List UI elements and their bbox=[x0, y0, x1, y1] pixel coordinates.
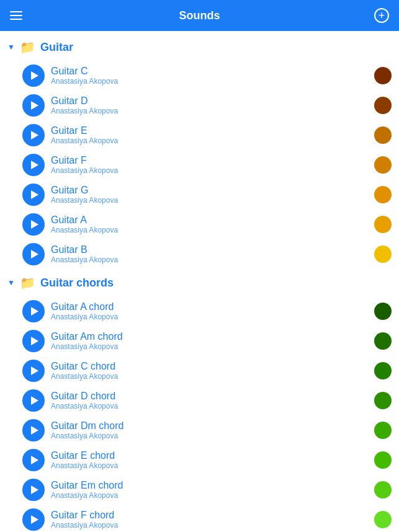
sound-info: Guitar E Anastasiya Akopova bbox=[51, 125, 368, 145]
play-button[interactable] bbox=[22, 154, 45, 176]
sound-item: Guitar Em chord Anastasiya Akopova bbox=[0, 475, 399, 505]
sound-item: Guitar D Anastasiya Akopova bbox=[0, 91, 399, 120]
sound-info: Guitar Dm chord Anastasiya Akopova bbox=[51, 420, 368, 440]
sound-author: Anastasiya Akopova bbox=[51, 226, 368, 234]
sound-name: Guitar F chord bbox=[51, 510, 368, 521]
sound-info: Guitar F Anastasiya Akopova bbox=[51, 155, 368, 175]
play-icon bbox=[31, 366, 38, 375]
folder-icon: 📁 bbox=[20, 275, 35, 290]
color-indicator bbox=[374, 511, 392, 528]
sound-name: Guitar A chord bbox=[51, 301, 368, 313]
sound-info: Guitar C chord Anastasiya Akopova bbox=[51, 361, 368, 381]
category-label: Guitar bbox=[40, 41, 73, 54]
color-indicator bbox=[374, 392, 392, 409]
sound-item: Guitar E Anastasiya Akopova bbox=[0, 120, 399, 150]
play-button[interactable] bbox=[22, 508, 45, 531]
sound-item: Guitar F chord Anastasiya Akopova bbox=[0, 505, 399, 532]
play-icon bbox=[31, 190, 38, 199]
sound-author: Anastasiya Akopova bbox=[51, 166, 368, 175]
color-indicator bbox=[374, 303, 392, 320]
sound-name: Guitar Em chord bbox=[51, 480, 368, 491]
expand-icon: ▼ bbox=[7, 43, 15, 51]
sound-item: Guitar D chord Anastasiya Akopova bbox=[0, 386, 399, 415]
play-icon bbox=[31, 396, 38, 405]
color-indicator bbox=[374, 156, 392, 174]
sound-author: Anastasiya Akopova bbox=[51, 432, 368, 440]
play-button[interactable] bbox=[22, 184, 45, 206]
expand-icon: ▼ bbox=[7, 278, 15, 287]
play-button[interactable] bbox=[22, 300, 45, 322]
play-button[interactable] bbox=[22, 330, 45, 352]
sound-author: Anastasiya Akopova bbox=[51, 402, 368, 410]
sound-author: Anastasiya Akopova bbox=[51, 136, 368, 145]
sound-author: Anastasiya Akopova bbox=[51, 342, 368, 351]
sound-author: Anastasiya Akopova bbox=[51, 107, 368, 115]
sound-info: Guitar Em chord Anastasiya Akopova bbox=[51, 480, 368, 500]
color-indicator bbox=[374, 481, 392, 499]
sound-name: Guitar G bbox=[51, 185, 368, 196]
sound-name: Guitar Am chord bbox=[51, 331, 368, 342]
play-icon bbox=[31, 515, 38, 524]
sound-author: Anastasiya Akopova bbox=[51, 196, 368, 205]
play-button[interactable] bbox=[22, 360, 45, 382]
menu-button[interactable] bbox=[10, 11, 22, 20]
sound-name: Guitar D bbox=[51, 95, 368, 107]
color-indicator bbox=[374, 246, 392, 263]
sound-name: Guitar Dm chord bbox=[51, 420, 368, 432]
sound-item: Guitar B Anastasiya Akopova bbox=[0, 239, 399, 269]
sound-item: Guitar Dm chord Anastasiya Akopova bbox=[0, 415, 399, 445]
play-icon bbox=[31, 101, 38, 110]
sound-info: Guitar F chord Anastasiya Akopova bbox=[51, 510, 368, 530]
sound-author: Anastasiya Akopova bbox=[51, 77, 368, 86]
color-indicator bbox=[374, 97, 392, 114]
sound-author: Anastasiya Akopova bbox=[51, 255, 368, 264]
color-indicator bbox=[374, 422, 392, 439]
play-button[interactable] bbox=[22, 243, 45, 265]
category-guitar[interactable]: ▼ 📁 Guitar bbox=[0, 33, 399, 61]
sound-info: Guitar E chord Anastasiya Akopova bbox=[51, 450, 368, 470]
sound-author: Anastasiya Akopova bbox=[51, 491, 368, 500]
sound-author: Anastasiya Akopova bbox=[51, 313, 368, 321]
play-icon bbox=[31, 485, 38, 494]
play-icon bbox=[31, 161, 38, 169]
color-indicator bbox=[374, 186, 392, 203]
sound-info: Guitar B Anastasiya Akopova bbox=[51, 244, 368, 264]
play-button[interactable] bbox=[22, 124, 45, 146]
sound-list: ▼ 📁 Guitar Guitar C Anastasiya Akopova G… bbox=[0, 31, 399, 532]
app-header: Sounds + bbox=[0, 0, 399, 31]
color-indicator bbox=[374, 362, 392, 379]
color-indicator bbox=[374, 216, 392, 233]
sound-info: Guitar Am chord Anastasiya Akopova bbox=[51, 331, 368, 351]
play-button[interactable] bbox=[22, 64, 45, 87]
play-icon bbox=[31, 307, 38, 316]
sound-item: Guitar C Anastasiya Akopova bbox=[0, 61, 399, 91]
sound-info: Guitar C Anastasiya Akopova bbox=[51, 66, 368, 86]
play-icon bbox=[31, 456, 38, 464]
play-button[interactable] bbox=[22, 479, 45, 501]
sound-info: Guitar G Anastasiya Akopova bbox=[51, 185, 368, 205]
play-button[interactable] bbox=[22, 213, 45, 236]
play-button[interactable] bbox=[22, 419, 45, 441]
sound-item: Guitar F Anastasiya Akopova bbox=[0, 150, 399, 180]
add-button[interactable]: + bbox=[374, 8, 389, 23]
sound-item: Guitar A Anastasiya Akopova bbox=[0, 210, 399, 239]
color-indicator bbox=[374, 332, 392, 350]
play-button[interactable] bbox=[22, 389, 45, 412]
play-button[interactable] bbox=[22, 449, 45, 471]
sound-name: Guitar C chord bbox=[51, 361, 368, 372]
sound-name: Guitar E bbox=[51, 125, 368, 136]
sound-name: Guitar C bbox=[51, 66, 368, 77]
sound-name: Guitar B bbox=[51, 244, 368, 255]
sound-info: Guitar A chord Anastasiya Akopova bbox=[51, 301, 368, 321]
sound-author: Anastasiya Akopova bbox=[51, 372, 368, 381]
play-icon bbox=[31, 426, 38, 435]
sound-name: Guitar E chord bbox=[51, 450, 368, 461]
sound-name: Guitar F bbox=[51, 155, 368, 166]
play-icon bbox=[31, 250, 38, 259]
play-icon bbox=[31, 71, 38, 80]
play-button[interactable] bbox=[22, 94, 45, 117]
color-indicator bbox=[374, 451, 392, 469]
play-icon bbox=[31, 337, 38, 345]
sound-name: Guitar D chord bbox=[51, 391, 368, 402]
category-guitar-chords[interactable]: ▼ 📁 Guitar chords bbox=[0, 269, 399, 296]
